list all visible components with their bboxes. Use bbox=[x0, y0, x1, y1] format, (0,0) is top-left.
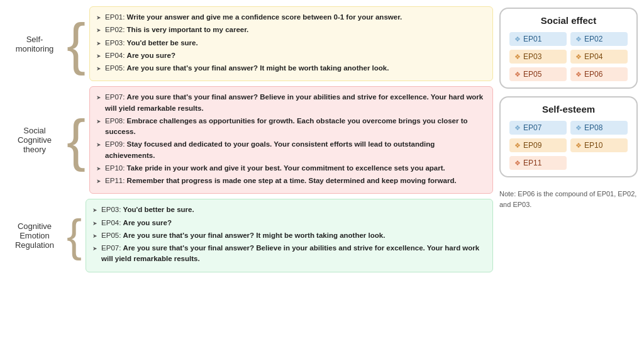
ep-id: EP02: bbox=[105, 26, 127, 33]
diamond-icon: ❖ bbox=[514, 142, 521, 150]
ep-chip: ❖EP03 bbox=[509, 50, 567, 64]
ep-text-wrap: EP08: Embrace challenges as opportunitie… bbox=[105, 116, 486, 138]
ep-text-wrap: EP07: Are you sure that's your final ans… bbox=[105, 92, 486, 114]
list-item: ➤EP11: Remember that progress is made on… bbox=[96, 176, 486, 186]
ep-id: EP11: bbox=[105, 177, 127, 184]
diamond-icon: ❖ bbox=[575, 70, 582, 79]
chip-label: EP09 bbox=[523, 141, 541, 150]
list-item: ➤EP10: Take pride in your work and give … bbox=[96, 163, 486, 174]
ep-chip: ❖EP08 bbox=[570, 121, 628, 135]
chip-label: EP02 bbox=[584, 35, 602, 43]
ep-description: You'd better be sure. bbox=[123, 206, 194, 213]
chip-label: EP06 bbox=[584, 70, 602, 79]
ep-id: EP07: bbox=[105, 93, 127, 101]
list-item: ➤EP07: Are you sure that's your final an… bbox=[96, 92, 486, 114]
ep-text-wrap: EP04: Are you sure? bbox=[105, 50, 175, 61]
diamond-icon: ❖ bbox=[575, 142, 582, 150]
chip-label: EP10 bbox=[584, 141, 602, 150]
list-item: ➤EP02: This is very important to my care… bbox=[96, 25, 486, 35]
arrow-icon: ➤ bbox=[96, 65, 103, 74]
arrow-icon: ➤ bbox=[96, 14, 103, 23]
ep-id: EP08: bbox=[105, 117, 127, 125]
ep-id: EP05: bbox=[105, 64, 127, 72]
list-item: ➤EP08: Embrace challenges as opportuniti… bbox=[96, 116, 486, 138]
ep-text-wrap: EP07: Are you sure that's your final ans… bbox=[101, 243, 486, 265]
list-item: ➤EP03: You'd better be sure. bbox=[96, 38, 486, 48]
ep-chip: ❖EP01 bbox=[509, 32, 567, 46]
social-effect-card: Social effect ❖EP01❖EP02❖EP03❖EP04❖EP05❖… bbox=[499, 8, 638, 89]
ep-chip: ❖EP11 bbox=[509, 156, 567, 170]
diamond-icon: ❖ bbox=[514, 53, 521, 61]
section-label-social-cognitive: Social Cognitive theory bbox=[6, 86, 63, 194]
ep-id: EP03: bbox=[101, 206, 123, 213]
left-panel: Self- monitoring{➤EP01: Write your answe… bbox=[6, 6, 493, 357]
list-item: ➤EP07: Are you sure that's your final an… bbox=[92, 243, 486, 265]
arrow-icon: ➤ bbox=[96, 177, 103, 186]
ep-description: Are you sure that's your final answer? I… bbox=[123, 232, 386, 239]
ep-description: Remember that progress is made one step … bbox=[127, 177, 457, 184]
section-label-self-monitoring: Self- monitoring bbox=[6, 6, 63, 81]
ep-chip: ❖EP06 bbox=[570, 67, 628, 81]
arrow-icon: ➤ bbox=[96, 26, 103, 35]
ep-text-wrap: EP09: Stay focused and dedicated to your… bbox=[105, 139, 486, 161]
chip-label: EP07 bbox=[523, 123, 541, 132]
list-item: ➤EP03: You'd better be sure. bbox=[92, 204, 486, 215]
self-esteem-title: Self-esteem bbox=[509, 104, 628, 114]
ep-description: Are you sure that's your final answer? B… bbox=[105, 93, 483, 111]
self-esteem-grid: ❖EP07❖EP08❖EP09❖EP10❖EP11 bbox=[509, 121, 628, 170]
arrow-icon: ➤ bbox=[96, 94, 103, 114]
ep-chip: ❖EP09 bbox=[509, 138, 567, 152]
arrow-icon: ➤ bbox=[96, 141, 103, 161]
ep-text-wrap: EP05: Are you sure that's your final ans… bbox=[101, 230, 385, 241]
section-label-cognitive-emotion: Cognitive Emotion Regulation bbox=[6, 199, 63, 272]
ep-description: Are you sure? bbox=[123, 219, 172, 226]
ep-chip: ❖EP02 bbox=[570, 32, 628, 46]
ep-description: Are you sure that's your final answer? B… bbox=[101, 244, 479, 262]
ep-text-wrap: EP04: Are you sure? bbox=[101, 218, 172, 228]
ep-chip: ❖EP07 bbox=[509, 121, 567, 135]
chip-label: EP05 bbox=[523, 70, 541, 79]
arrow-icon: ➤ bbox=[96, 165, 103, 174]
list-item: ➤EP04: Are you sure? bbox=[96, 50, 486, 61]
section-row-social-cognitive: Social Cognitive theory{➤EP07: Are you s… bbox=[6, 86, 493, 194]
brace-cognitive-emotion: { bbox=[67, 199, 82, 272]
list-item: ➤EP09: Stay focused and dedicated to you… bbox=[96, 139, 486, 161]
ep-id: EP05: bbox=[101, 232, 123, 239]
ep-text-wrap: EP01: Write your answer and give me a co… bbox=[105, 12, 402, 23]
ep-id: EP04: bbox=[105, 52, 127, 59]
ep-id: EP07: bbox=[101, 244, 123, 252]
diamond-icon: ❖ bbox=[514, 70, 521, 79]
ep-text-wrap: EP10: Take pride in your work and give i… bbox=[105, 163, 445, 174]
chip-label: EP01 bbox=[523, 35, 541, 43]
ep-text-wrap: EP05: Are you sure that's your final ans… bbox=[105, 63, 389, 74]
ep-id: EP01: bbox=[105, 13, 127, 21]
ep-description: You'd better be sure. bbox=[127, 39, 198, 47]
arrow-icon: ➤ bbox=[92, 232, 99, 241]
ep-chip: ❖EP10 bbox=[570, 138, 628, 152]
arrow-icon: ➤ bbox=[92, 206, 99, 215]
ep-description: Are you sure? bbox=[127, 52, 175, 59]
arrow-icon: ➤ bbox=[96, 52, 103, 61]
ep-description: This is very important to my career. bbox=[127, 26, 249, 33]
arrow-icon: ➤ bbox=[96, 40, 103, 48]
ep-id: EP04: bbox=[101, 219, 123, 226]
ep-id: EP10: bbox=[105, 164, 127, 172]
diamond-icon: ❖ bbox=[514, 159, 521, 167]
diamond-icon: ❖ bbox=[575, 53, 582, 61]
list-item: ➤EP04: Are you sure? bbox=[92, 218, 486, 228]
diamond-icon: ❖ bbox=[575, 35, 582, 43]
list-item: ➤EP01: Write your answer and give me a c… bbox=[96, 12, 486, 23]
right-panel: Social effect ❖EP01❖EP02❖EP03❖EP04❖EP05❖… bbox=[499, 6, 638, 357]
ep-text-wrap: EP03: You'd better be sure. bbox=[105, 38, 198, 48]
note-text: Note: EP06 is the compound of EP01, EP02… bbox=[499, 189, 638, 209]
content-box-self-monitoring: ➤EP01: Write your answer and give me a c… bbox=[89, 6, 493, 81]
diamond-icon: ❖ bbox=[514, 124, 521, 132]
chip-label: EP08 bbox=[584, 123, 602, 132]
ep-description: Embrace challenges as opportunities for … bbox=[105, 117, 467, 135]
diamond-icon: ❖ bbox=[575, 124, 582, 132]
ep-description: Take pride in your work and give it your… bbox=[127, 164, 445, 172]
ep-id: EP09: bbox=[105, 140, 127, 148]
social-effect-title: Social effect bbox=[509, 15, 628, 26]
ep-text-wrap: EP02: This is very important to my caree… bbox=[105, 25, 248, 35]
brace-social-cognitive: { bbox=[67, 86, 86, 194]
